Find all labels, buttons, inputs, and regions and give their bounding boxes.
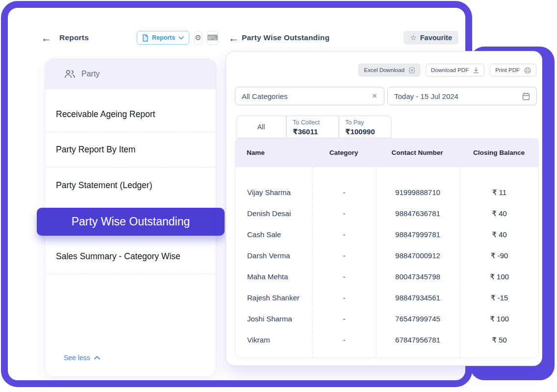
- cell-category: -: [312, 251, 376, 260]
- sidebar-item-party-report-by-item[interactable]: Party Report By Item: [45, 132, 216, 168]
- category-filter[interactable]: All Categories ✕: [235, 87, 384, 105]
- cell-contact-number: 67847956781: [376, 336, 459, 344]
- column-header-category: Category: [312, 149, 376, 156]
- cell-category: -: [312, 272, 376, 281]
- summary-tabs: All To Collect ₹36011 To Pay ₹100990: [236, 116, 392, 138]
- cell-name: Darsh Verma: [235, 251, 312, 260]
- back-icon[interactable]: ←: [38, 31, 54, 45]
- cell-closing-balance: ₹ -15: [459, 294, 539, 302]
- cell-name: Cash Sale: [235, 230, 312, 239]
- column-divider: [459, 167, 460, 358]
- sidebar-item-party-wise-outstanding-active[interactable]: Party Wise Outstanding: [37, 208, 225, 236]
- cell-closing-balance: ₹ 100: [459, 315, 539, 323]
- table-row[interactable]: Cash Sale - 98847999781 ₹ 40: [235, 224, 538, 245]
- clear-category-icon[interactable]: ✕: [371, 92, 378, 100]
- cell-category: -: [312, 336, 376, 344]
- back-icon[interactable]: ←: [226, 31, 242, 45]
- tab-to-collect[interactable]: To Collect ₹36011: [286, 116, 339, 138]
- filter-row: All Categories ✕ Today - 15 Jul 2024: [235, 87, 537, 105]
- column-header-name: Name: [235, 149, 312, 156]
- sidebar-item-sales-summary[interactable]: Sales Summary - Category Wise: [45, 239, 216, 274]
- cell-closing-balance: ₹ 40: [459, 230, 539, 239]
- cell-name: Denish Desai: [235, 209, 312, 218]
- cell-name: Vikram: [235, 336, 312, 344]
- cell-contact-number: 91999888710: [376, 188, 459, 196]
- table-header: Name Category Contact Number Closing Bal…: [235, 138, 539, 167]
- cell-contact-number: 98847934561: [376, 294, 459, 302]
- see-less-button[interactable]: See less: [64, 354, 100, 362]
- table-row[interactable]: Rajesh Shanker - 98847934561 ₹ -15: [235, 287, 538, 308]
- party-section-title: Party: [81, 70, 100, 78]
- table-body: Vijay Sharma - 91999888710 ₹ 11 Denish D…: [235, 167, 539, 358]
- calendar-icon: [522, 92, 530, 100]
- column-divider: [312, 167, 313, 358]
- keyboard-icon[interactable]: ⌨: [207, 31, 219, 45]
- cell-name: Vijay Sharma: [235, 188, 312, 196]
- chevron-up-icon: [94, 356, 100, 360]
- cell-closing-balance: ₹ 40: [459, 209, 539, 218]
- download-pdf-label: Download PDF: [431, 67, 469, 73]
- cell-contact-number: 80047345798: [376, 272, 459, 281]
- cell-category: -: [312, 294, 376, 302]
- to-pay-label: To Pay: [345, 119, 385, 126]
- cell-closing-balance: ₹ 11: [459, 188, 539, 197]
- party-section-header: Party: [45, 59, 216, 89]
- cell-closing-balance: ₹ 50: [459, 336, 539, 344]
- cell-name: Rajesh Shanker: [235, 294, 312, 302]
- table-row[interactable]: Vikram - 67847956781 ₹ 50: [235, 329, 538, 350]
- favourite-label: Favourite: [420, 34, 452, 42]
- report-list-card: Party Receivable Ageing Report Party Rep…: [45, 58, 216, 377]
- cell-contact-number: 76547999745: [376, 315, 459, 323]
- cell-closing-balance: ₹ 100: [459, 272, 539, 281]
- to-collect-value: ₹36011: [293, 127, 332, 136]
- sidebar-item-party-statement[interactable]: Party Statement (Ledger): [45, 168, 216, 203]
- table-row[interactable]: Maha Mehta - 80047345798 ₹ 100: [235, 266, 538, 287]
- page-title-reports: Reports: [59, 33, 89, 42]
- party-people-icon: [64, 69, 76, 79]
- party-wise-outstanding-card: Excel Download Download PDF Print PDF: [226, 51, 542, 366]
- gear-icon[interactable]: ⚙: [194, 31, 202, 45]
- to-pay-value: ₹100990: [345, 127, 385, 136]
- date-range-filter[interactable]: Today - 15 Jul 2024: [387, 87, 537, 105]
- table-row[interactable]: Joshi Sharma - 76547999745 ₹ 100: [235, 308, 538, 329]
- report-detail-header: ← Party Wise Outstanding ☆ Favourite: [226, 28, 458, 48]
- download-icon: [473, 67, 479, 74]
- column-divider: [376, 167, 377, 358]
- report-type-dropdown[interactable]: Reports: [137, 31, 189, 45]
- favourite-button[interactable]: ☆ Favourite: [404, 31, 458, 45]
- see-less-label: See less: [64, 354, 90, 362]
- excel-download-label: Excel Download: [364, 67, 404, 73]
- column-header-closing-balance: Closing Balance: [459, 149, 539, 156]
- table-row[interactable]: Darsh Verma - 98847000912 ₹ -90: [235, 245, 538, 266]
- cell-contact-number: 98847636781: [376, 209, 459, 218]
- tab-to-pay[interactable]: To Pay ₹100990: [339, 116, 392, 138]
- date-range-value: Today - 15 Jul 2024: [394, 92, 458, 100]
- download-pdf-button[interactable]: Download PDF: [426, 64, 484, 76]
- category-filter-value: All Categories: [242, 92, 287, 100]
- cell-contact-number: 98847000912: [376, 251, 459, 260]
- reports-header: ← Reports Reports ⚙ ⌨: [38, 28, 215, 48]
- export-toolbar: Excel Download Download PDF Print PDF: [358, 64, 536, 76]
- dropdown-selected-label: Reports: [152, 34, 175, 41]
- report-list: Receivable Ageing Report Party Report By…: [45, 89, 216, 274]
- cell-contact-number: 98847999781: [376, 230, 459, 239]
- sidebar-item-receivable-ageing[interactable]: Receivable Ageing Report: [45, 97, 216, 132]
- excel-file-icon: [409, 67, 415, 74]
- tab-all[interactable]: All: [236, 116, 286, 138]
- cell-category: -: [312, 188, 376, 196]
- table-row[interactable]: Denish Desai - 98847636781 ₹ 40: [235, 203, 538, 224]
- cell-category: -: [312, 315, 376, 323]
- to-collect-label: To Collect: [293, 119, 332, 126]
- chevron-down-icon: [178, 36, 184, 40]
- star-icon: ☆: [410, 33, 416, 42]
- excel-download-button[interactable]: Excel Download: [358, 64, 420, 76]
- cell-name: Maha Mehta: [235, 272, 312, 281]
- cell-category: -: [312, 230, 376, 239]
- printer-icon: [524, 67, 531, 74]
- table-row[interactable]: Vijay Sharma - 91999888710 ₹ 11: [235, 182, 538, 203]
- page-title-report: Party Wise Outstanding: [242, 33, 329, 42]
- column-header-contact-number: Contact Number: [376, 149, 459, 156]
- document-icon: [142, 34, 149, 42]
- print-pdf-button[interactable]: Print PDF: [490, 64, 536, 76]
- cell-category: -: [312, 209, 376, 218]
